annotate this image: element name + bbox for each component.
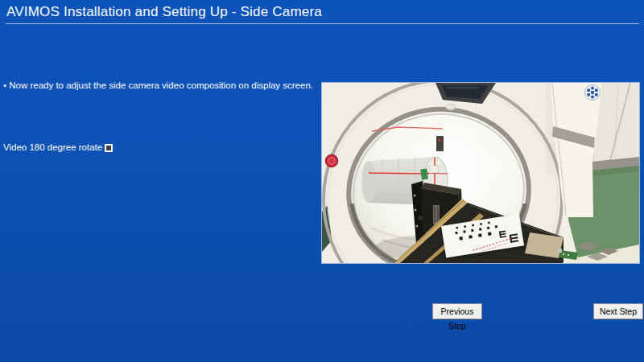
title-underline [6, 23, 639, 24]
scanner-photo-illustration [322, 83, 639, 263]
rotate-checkbox[interactable] [105, 144, 113, 152]
previous-step-button[interactable]: Previous Step [432, 303, 482, 319]
scanner-photo [321, 82, 640, 264]
phantom-white-label [429, 166, 438, 173]
next-step-button[interactable]: Next Step [593, 303, 643, 319]
phantom-laser-horizontal [369, 173, 429, 174]
bore-marker-slot [436, 136, 444, 151]
emergency-stop-button [326, 155, 338, 167]
slide: AVIMOS Installation and Setting Up - Sid… [0, 0, 644, 362]
rotate-label: Video 180 degree rotate [3, 142, 102, 152]
manufacturer-emblem [585, 85, 601, 101]
slide-title: AVIMOS Installation and Setting Up - Sid… [6, 4, 322, 20]
bullet-text: • Now ready to adjust the side camera vi… [3, 80, 313, 90]
